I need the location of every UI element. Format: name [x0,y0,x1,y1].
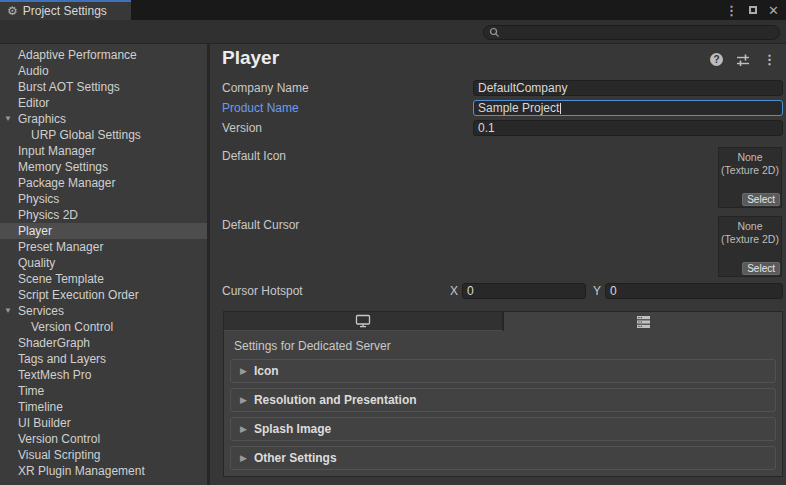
sidebar-item-ui-builder[interactable]: UI Builder [0,415,207,431]
platform-tab-dedicated-server[interactable] [503,311,783,331]
sidebar-item-input-manager[interactable]: Input Manager [0,143,207,159]
sidebar-item-services[interactable]: ▼Services [0,303,207,319]
product-name-label: Product Name [222,101,299,115]
sidebar-item-adaptive-performance[interactable]: Adaptive Performance [0,47,207,63]
section-label: Splash Image [254,422,331,436]
foldout-arrow-icon[interactable]: ▼ [4,111,12,127]
default-cursor-select-button[interactable]: Select [742,262,780,275]
hotspot-x-field[interactable]: 0 [462,283,586,299]
sidebar-item-label: XR Plugin Management [18,464,145,478]
section-resolution-and-presentation[interactable]: ▶Resolution and Presentation [230,388,776,412]
text-cursor [560,103,561,114]
sidebar-item-label: Script Execution Order [18,288,139,302]
sidebar-item-audio[interactable]: Audio [0,63,207,79]
sidebar-item-time[interactable]: Time [0,383,207,399]
sidebar-item-burst-aot-settings[interactable]: Burst AOT Settings [0,79,207,95]
settings-category-list: Adaptive PerformanceAudioBurst AOT Setti… [0,44,207,485]
default-icon-label: Default Icon [222,149,286,163]
sidebar-item-label: Physics [18,192,59,206]
sidebar-item-textmesh-pro[interactable]: TextMesh Pro [0,367,207,383]
section-other-settings[interactable]: ▶Other Settings [230,446,776,470]
section-icon[interactable]: ▶Icon [230,359,776,383]
sidebar-item-label: Time [18,384,44,398]
sidebar-item-tags-and-layers[interactable]: Tags and Layers [0,351,207,367]
default-icon-select-button[interactable]: Select [742,193,780,206]
sidebar-item-label: Package Manager [18,176,115,190]
sidebar-item-label: Visual Scripting [18,448,101,462]
hotspot-x-label: X [450,284,458,298]
header-icons: ? ⋮ [710,53,776,66]
more-options-icon[interactable]: ⋮ [763,53,776,66]
maximize-icon[interactable] [749,6,757,14]
sidebar-item-graphics[interactable]: ▼Graphics [0,111,207,127]
sidebar-item-label: TextMesh Pro [18,368,91,382]
sidebar-item-urp-global-settings[interactable]: URP Global Settings [0,127,207,143]
gear-icon: ⚙ [7,5,18,17]
sidebar-item-label: Burst AOT Settings [18,80,120,94]
default-cursor-selector[interactable]: None (Texture 2D) Select [718,216,782,277]
dedicated-server-icon [637,316,650,328]
sidebar-item-physics-2d[interactable]: Physics 2D [0,207,207,223]
version-label: Version [222,121,262,135]
sidebar-item-label: UI Builder [18,416,71,430]
sidebar-item-quality[interactable]: Quality [0,255,207,271]
section-label: Icon [254,364,279,378]
foldout-arrow-icon[interactable]: ▼ [4,303,12,319]
company-name-field[interactable]: DefaultCompany [473,80,783,96]
window-tab-label: Project Settings [23,4,107,18]
sidebar-item-timeline[interactable]: Timeline [0,399,207,415]
foldout-arrow-icon: ▶ [240,367,247,376]
section-splash-image[interactable]: ▶Splash Image [230,417,776,441]
sidebar-item-label: Quality [18,256,55,270]
toolbar [0,20,786,44]
sidebar-item-label: Editor [18,96,49,110]
sidebar-item-shadergraph[interactable]: ShaderGraph [0,335,207,351]
sidebar-item-label: Adaptive Performance [18,48,137,62]
foldout-arrow-icon: ▶ [240,454,247,463]
product-name-field[interactable]: Sample Project [473,100,783,116]
sidebar-item-label: ShaderGraph [18,336,90,350]
hotspot-y-label: Y [593,284,601,298]
foldout-arrow-icon: ▶ [240,425,247,434]
platform-tab-desktop[interactable] [223,311,503,331]
sidebar-item-label: Input Manager [18,144,95,158]
help-icon[interactable]: ? [710,53,723,66]
version-field[interactable]: 0.1 [473,120,783,136]
sidebar-item-label: Scene Template [18,272,104,286]
window-tab-project-settings[interactable]: ⚙ Project Settings [0,0,131,20]
sidebar-item-xr-plugin-management[interactable]: XR Plugin Management [0,463,207,479]
sidebar-item-version-control[interactable]: Version Control [0,319,207,335]
sidebar-item-preset-manager[interactable]: Preset Manager [0,239,207,255]
sidebar-item-label: Memory Settings [18,160,108,174]
close-icon[interactable]: ✕ [768,4,779,17]
default-icon-selector[interactable]: None (Texture 2D) Select [718,147,782,208]
presets-icon[interactable] [736,54,750,66]
title-bar: ⚙ Project Settings ⋮ ✕ [0,0,786,20]
sidebar-item-label: URP Global Settings [31,128,141,142]
hotspot-y-field[interactable]: 0 [605,283,783,299]
sidebar-item-visual-scripting[interactable]: Visual Scripting [0,447,207,463]
server-settings-sections: ▶Icon▶Resolution and Presentation▶Splash… [230,359,776,475]
sidebar-item-player[interactable]: Player [0,223,207,239]
page-title: Player [222,47,279,69]
search-box[interactable] [483,25,780,40]
sidebar-item-label: Timeline [18,400,63,414]
sidebar-item-memory-settings[interactable]: Memory Settings [0,159,207,175]
sidebar-item-editor[interactable]: Editor [0,95,207,111]
sidebar-item-script-execution-order[interactable]: Script Execution Order [0,287,207,303]
sidebar-item-scene-template[interactable]: Scene Template [0,271,207,287]
section-label: Other Settings [254,451,337,465]
search-input[interactable] [503,27,779,39]
default-cursor-label: Default Cursor [222,218,299,232]
sidebar-item-physics[interactable]: Physics [0,191,207,207]
default-cursor-type: (Texture 2D) [719,233,781,246]
window-menu-icon[interactable]: ⋮ [725,4,738,17]
window-controls: ⋮ ✕ [725,0,779,20]
foldout-arrow-icon: ▶ [240,396,247,405]
sidebar-item-label: Player [18,224,52,238]
sidebar-item-version-control[interactable]: Version Control [0,431,207,447]
sidebar-item-label: Tags and Layers [18,352,106,366]
platform-tab-bar [223,311,783,331]
sidebar-item-package-manager[interactable]: Package Manager [0,175,207,191]
player-settings-panel: Player ? ⋮ Company Name DefaultCompany P… [210,44,786,485]
